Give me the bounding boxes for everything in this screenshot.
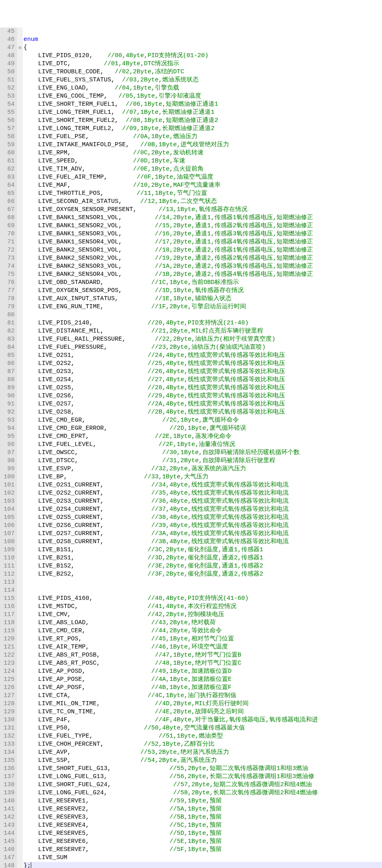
code-line[interactable]: LIVE_P50, //50,4Byte,空气流量传感器最大值 xyxy=(24,724,382,732)
code-line[interactable]: LIVE_PIDS_4160, //40,4Byte,PID支持情况(41-60… xyxy=(24,595,382,603)
code-line[interactable]: LIVE_RESERVE7, //5F,1Byte,预留 xyxy=(24,846,382,854)
code-line[interactable]: LIVE_AIR_TEMP, //46,1Byte,环境空气温度 xyxy=(24,643,382,651)
code-line[interactable]: LIVE_RT_POS, //45,1Byte,相对节气门位置 xyxy=(24,635,382,643)
code-line[interactable]: LIVE_O2S1, //24,4Byte,线性或宽带式氧传感器等效比和电压 xyxy=(24,352,382,360)
code-line[interactable]: LIVE_OXYGEN_SENSOR_PRESENT, //13,1Byte,氧… xyxy=(24,206,382,214)
code-line[interactable]: LIVE_CMD_EGR, //2C,1Byte,废气循环命令 xyxy=(24,416,382,424)
code-line[interactable]: LIVE_SHORT_TERM_FUEL2, //08,1Byte,短期燃油修正… xyxy=(24,117,382,125)
code-line[interactable]: LIVE_O2S4_CURRENT, //37,4Byte,线性或宽带式氧传感器… xyxy=(24,505,382,514)
code-line[interactable]: LIVE_DISTANCE_MIL, //21,2Byte,MIL灯点亮后车辆行… xyxy=(24,327,382,335)
code-line[interactable]: LIVE_AVP, //53,2Byte,绝对蒸汽系统压力 xyxy=(24,749,382,757)
code-line[interactable]: LIVE_FUEL_TYPE, //51,1Byte,燃油类型 xyxy=(24,732,382,740)
code-line[interactable]: LIVE_MSTDC, //41,4Byte,本次行程监控情况 xyxy=(24,603,382,611)
code-line[interactable]: LIVE_MIL_ON_TIME, //4D,2Byte,MIL灯亮后行驶时间 xyxy=(24,700,382,708)
code-line[interactable]: LIVE_SHORT_FUEL_G24, //57,2Byte,短期二次氧传感器… xyxy=(24,781,382,789)
code-line[interactable]: LIVE_BANK1_SENSOR4_VOL, //17,2Byte,通道1,传… xyxy=(24,238,382,246)
code-line[interactable] xyxy=(24,28,382,36)
code-line[interactable]: LIVE_ENG_COOL_TEMP, //05,1Byte,引擎冷却液温度 xyxy=(24,92,382,100)
code-line[interactable]: LIVE_O2S7, //2A,4Byte,线性或宽带式氧传感器等效比和电压 xyxy=(24,400,382,408)
code-line[interactable]: LIVE_B1S1, //3C,2Byte,催化剂温度,通道1,传感器1 xyxy=(24,546,382,554)
code-line[interactable]: LIVE_CHOH_PERCENT, //52,1Byte,乙醇百分比 xyxy=(24,740,382,749)
code-line[interactable]: LIVE_TC_ON_TIME, //4E,2Byte,故障码亮之后时间 xyxy=(24,708,382,716)
code-line[interactable]: LIVE_BANK2_SENSOR3_VOL, //1A,2Byte,通道2,传… xyxy=(24,262,382,271)
code-line[interactable]: LIVE_B2S1, //3D,2Byte,催化剂温度,通道2,传感器1 xyxy=(24,554,382,562)
code-line[interactable]: LIVE_AP_POSE, //4A,1Byte,加速踏板位置E xyxy=(24,676,382,684)
code-line[interactable] xyxy=(24,311,382,319)
code-line[interactable]: LIVE_O2S2_CURRENT, //35,4Byte,线性或宽带式氧传感器… xyxy=(24,489,382,497)
code-line[interactable]: LIVE_FUEL_PSE, //0A,1Byte,燃油压力 xyxy=(24,133,382,141)
code-line[interactable]: LIVE_O2S6, //29,4Byte,线性或宽带式氧传感器等效比和电压 xyxy=(24,392,382,400)
code-line[interactable]: LIVE_PIDS_2140, //20,4Byte,PID支持情况(21-40… xyxy=(24,319,382,327)
code-line[interactable]: LIVE_RESERVE1, //59,1Byte,预留 xyxy=(24,797,382,805)
code-line[interactable]: LIVE_BANK2_SENSOR1_VOL, //18,2Byte,通道2,传… xyxy=(24,246,382,254)
code-line[interactable]: LIVE_ABS_LOAD, //43,2Byte,绝对载荷 xyxy=(24,619,382,627)
code-line[interactable]: LIVE_BANK2_SENSOR2_VOL, //19,2Byte,通道2,传… xyxy=(24,254,382,262)
code-line[interactable]: LIVE_SECOND_AIR_STATUS, //12,1Byte,二次空气状… xyxy=(24,198,382,206)
code-line[interactable]: LIVE_ABS_RT_POSC, //48,1Byte,绝对节气门位置C xyxy=(24,659,382,668)
code-line[interactable]: LIVE_BP, //33,1Byte,大气压力 xyxy=(24,473,382,481)
code-line[interactable]: LIVE_O2S2, //25,4Byte,线性或宽带式氧传感器等效比和电压 xyxy=(24,360,382,368)
code-line[interactable]: LIVE_RESERVE5, //5D,1Byte,预留 xyxy=(24,830,382,838)
code-line[interactable]: LIVE_THROTTLE_POS, //11,1Byte,节气门位置 xyxy=(24,190,382,198)
code-line[interactable]: enum xyxy=(24,36,382,44)
code-line[interactable]: LIVE_AP_POSD, //49,1Byte,加速踏板位置D xyxy=(24,668,382,676)
fold-marker[interactable]: ⊟ xyxy=(17,44,23,52)
code-line[interactable]: LIVE_ABS_RT_POSB, //47,1Byte,绝对节气门位置B xyxy=(24,651,382,659)
code-line[interactable]: LIVE_FUEL_LEVEL, //2F,1Byte,油量液位情况 xyxy=(24,441,382,449)
code-line[interactable]: LIVE_LONG_FUEL_G13, //56,2Byte,长期二次氧传感器微… xyxy=(24,773,382,781)
code-line[interactable]: LIVE_INTAKE_MANIFOLD_PSE, //0B,1Byte,进气歧… xyxy=(24,141,382,149)
code-line[interactable]: LIVE_CTA, //4C,1Byte,油门执行器控制值 xyxy=(24,692,382,700)
code-line[interactable]: LIVE_PIDS_0120, //00,4Byte,PID支持情况(01-20… xyxy=(24,52,382,60)
code-line[interactable]: LIVE_CMD_CER, //44,2Byte,等效比命令 xyxy=(24,627,382,635)
code-line[interactable]: LIVE_FUEL_PRESSURE, //23,2Byte,油轨压力(柴油或汽… xyxy=(24,343,382,352)
code-line[interactable]: LIVE_BANK1_SENSOR1_VOL, //14,2Byte,通道1,传… xyxy=(24,214,382,222)
code-line[interactable]: LIVE_RESERVE6, //5E,1Byte,预留 xyxy=(24,838,382,846)
code-line[interactable]: LIVE_O2S8_CURRENT, //3B,4Byte,线性或宽带式氧传感器… xyxy=(24,538,382,546)
code-line[interactable]: LIVE_LONG_TERM_FUEL2, //09,1Byte,长期燃油修正通… xyxy=(24,125,382,133)
code-line[interactable]: LIVE_ENG_LOAD, //04,1Byte,引擎负载 xyxy=(24,84,382,92)
code-line[interactable]: LIVE_SHORT_TERM_FUEL1, //06,1Byte,短期燃油修正… xyxy=(24,100,382,109)
code-line[interactable]: LIVE_FUEL_AIR_TEMP, //0F,1Byte,油箱空气温度 xyxy=(24,173,382,181)
code-line[interactable]: LIVE_BANK1_SENSOR3_VOL, //16,2Byte,通道1,传… xyxy=(24,230,382,238)
code-line[interactable]: LIVE_B1S2, //3E,2Byte,催化剂温度,通道1,传感器2 xyxy=(24,562,382,570)
code-line[interactable]: LIVE_LONG_TERM_FUEL1, //07,1Byte,长期燃油修正通… xyxy=(24,109,382,117)
code-line[interactable]: LIVE_LONG_FUEL_G24, //58,2Byte,长期二次氧传感器微… xyxy=(24,789,382,797)
code-line[interactable]: LIVE_SHORT_FUEL_G13, //55,2Byte,短期二次氧传感器… xyxy=(24,765,382,773)
code-line[interactable]: LIVE_AP_POSF, //4B,1Byte,加速踏板位置F xyxy=(24,684,382,692)
code-line[interactable]: LIVE_FUEL_SYS_STATUS, //03,2Byte,燃油系统状态 xyxy=(24,76,382,84)
code-line[interactable]: LIVE_FUEL_RAIL_PRESSURE, //22,2Byte,油轨压力… xyxy=(24,335,382,343)
code-line[interactable]: LIVE_O2S1_CURRENT, //34,4Byte,线性或宽带式氧传感器… xyxy=(24,481,382,489)
code-line[interactable]: LIVE_OXYGEN_SENSOR_POS, //1D,1Byte,氧传感器存… xyxy=(24,287,382,295)
code-line[interactable]: LIVE_O2S7_CURRENT, //3A,4Byte,线性或宽带式氧传感器… xyxy=(24,530,382,538)
code-line[interactable]: LIVE_ESVP, //32,2Byte,蒸发系统的蒸汽压力 xyxy=(24,465,382,473)
code-line[interactable] xyxy=(24,586,382,595)
code-line[interactable]: LIVE_P4F, //4F,4Byte,对于当量比,氧传感器电压,氧传感器电流… xyxy=(24,716,382,724)
code-line[interactable] xyxy=(24,578,382,586)
code-line[interactable]: LIVE_AUX_INPUT_STATUS, //1E,1Byte,辅助输入状态 xyxy=(24,295,382,303)
code-line[interactable]: LIVE_O2S5_CURRENT, //38,4Byte,线性或宽带式氧传感器… xyxy=(24,514,382,522)
code-area[interactable]: enum{ LIVE_PIDS_0120, //00,4Byte,PID支持情况… xyxy=(23,28,382,868)
code-line[interactable]: LIVE_SSP, //54,2Byte,蒸汽系统压力 xyxy=(24,757,382,765)
code-line[interactable]: LIVE_O2S3, //26,4Byte,线性或宽带式氧传感器等效比和电压 xyxy=(24,368,382,376)
code-line[interactable]: LIVE_O2S5, //28,4Byte,线性或宽带式氧传感器等效比和电压 xyxy=(24,384,382,392)
code-line[interactable]: LIVE_RESERVE2, //5A,1Byte,预留 xyxy=(24,805,382,813)
code-line[interactable]: LIVE_OWSCC, //30,1Byte,自故障码被清除后经历暖机循环个数 xyxy=(24,449,382,457)
code-line[interactable]: LIVE_CMV, //42,2Byte,控制模块电压 xyxy=(24,611,382,619)
fold-column[interactable]: ⊟ xyxy=(17,28,23,868)
code-line[interactable]: LIVE_BANK1_SENSOR2_VOL, //15,2Byte,通道1,传… xyxy=(24,222,382,230)
code-line[interactable]: LIVE_CMD_EPRT, //2E,1Byte,蒸发净化命令 xyxy=(24,433,382,441)
code-line[interactable]: LIVE_OBD_STANDARD, //1C,1Byte,当前OBD标准指示 xyxy=(24,279,382,287)
code-line[interactable]: LIVE_SPEED, //0D,1Byte,车速 xyxy=(24,157,382,165)
code-line[interactable]: LIVE_O2S3_CURRENT, //36,4Byte,线性或宽带式氧传感器… xyxy=(24,497,382,505)
code-line[interactable]: { xyxy=(24,44,382,52)
code-line[interactable]: LIVE_RESERVE3, //5B,1Byte,预留 xyxy=(24,813,382,821)
code-line[interactable]: LIVE_TIM_ADV, //0E,1Byte,点火提前角 xyxy=(24,165,382,173)
code-line[interactable]: LIVE_O2S4, //27,4Byte,线性或宽带式氧传感器等效比和电压 xyxy=(24,376,382,384)
code-line[interactable]: LIVE_B2S2, //3F,2Byte,催化剂温度,通道2,传感器2 xyxy=(24,570,382,578)
code-line[interactable]: LIVE_TROUBLE_CODE, //02,2Byte,冻结的DTC xyxy=(24,68,382,76)
code-line[interactable]: LIVE_DTSCC, //31,2Byte,自故障码被清除后行驶里程 xyxy=(24,457,382,465)
code-editor[interactable]: 4546474849505152535455565758596061626364… xyxy=(0,28,382,868)
code-line[interactable]: LIVE_O2S6_CURRENT, //39,4Byte,线性或宽带式氧传感器… xyxy=(24,522,382,530)
code-line[interactable]: LIVE_DTC, //01,4Byte,DTC情况指示 xyxy=(24,60,382,68)
code-line[interactable]: LIVE_RESERVE4, //5C,1Byte,预留 xyxy=(24,821,382,830)
